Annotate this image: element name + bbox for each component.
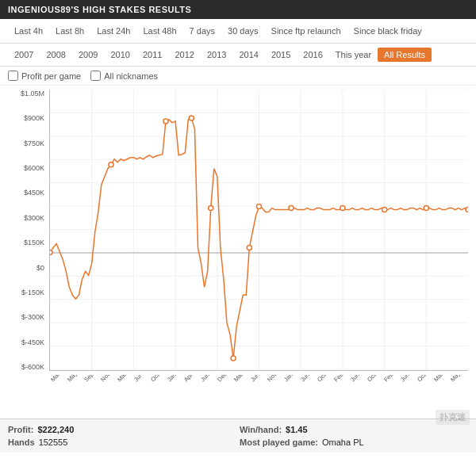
chart-area <box>49 90 468 371</box>
svg-point-34 <box>424 206 428 211</box>
year-all[interactable]: All Results <box>378 48 432 62</box>
time-filter-last8h[interactable]: Last 8h <box>49 24 90 38</box>
time-filter-7days[interactable]: 7 days <box>183 24 221 38</box>
svg-point-28 <box>231 356 236 361</box>
time-filter-last48h[interactable]: Last 48h <box>136 24 182 38</box>
time-filter-last4h[interactable]: Last 4h <box>8 24 49 38</box>
svg-point-32 <box>340 206 345 211</box>
stat-profit: Profit: $222,240 <box>8 425 236 434</box>
stat-mostplayed: Most played game: Omaha PL <box>240 438 468 447</box>
x-label-24: May 2018 <box>449 375 468 383</box>
svg-point-35 <box>466 208 468 212</box>
year-2008[interactable]: 2008 <box>40 48 71 62</box>
hands-label: Hands <box>8 438 35 447</box>
year-2011[interactable]: 2011 <box>136 48 168 62</box>
year-2012[interactable]: 2012 <box>168 48 200 62</box>
year-2015[interactable]: 2015 <box>265 48 297 62</box>
y-label-2: $750K <box>24 139 44 147</box>
year-2007[interactable]: 2007 <box>8 48 40 62</box>
profit-value: $222,240 <box>37 425 74 434</box>
all-nicknames-checkbox[interactable] <box>90 71 101 81</box>
svg-point-29 <box>247 245 251 250</box>
y-label-9: $-300K <box>21 313 44 321</box>
y-label-7: $0 <box>36 264 44 272</box>
svg-point-23 <box>50 250 52 254</box>
profit-per-game-option[interactable]: Profit per game <box>8 71 81 81</box>
chart-wrapper: $1.05M $900K $750K $600K $450K $300K $15… <box>0 86 476 418</box>
page-title: INGENIOUS89'S HIGH STAKES RESULTS <box>8 5 191 14</box>
year-filter-bar: 2007 2008 2009 2010 2011 2012 2013 2014 … <box>0 44 476 67</box>
y-axis: $1.05M $900K $750K $600K $450K $300K $15… <box>0 90 48 371</box>
time-filter-blackfriday[interactable]: Since black friday <box>347 24 428 38</box>
year-2010[interactable]: 2010 <box>104 48 136 62</box>
all-nicknames-option[interactable]: All nicknames <box>90 71 158 81</box>
profit-per-game-label: Profit per game <box>21 71 81 81</box>
svg-point-30 <box>256 204 261 209</box>
svg-point-27 <box>209 206 213 211</box>
profit-per-game-checkbox[interactable] <box>8 71 18 81</box>
y-label-4: $450K <box>24 189 44 197</box>
app-container: INGENIOUS89'S HIGH STAKES RESULTS Last 4… <box>0 0 476 453</box>
options-row: Profit per game All nicknames <box>0 67 476 86</box>
y-label-5: $300K <box>24 214 44 222</box>
time-filter-bar: Last 4h Last 8h Last 24h Last 48h 7 days… <box>0 19 476 44</box>
svg-point-26 <box>189 116 194 120</box>
chart-svg <box>50 90 468 370</box>
y-label-0: $1.05M <box>21 90 44 97</box>
all-nicknames-label: All nicknames <box>104 71 158 81</box>
y-label-11: $-600K <box>21 363 44 371</box>
time-filter-last24h[interactable]: Last 24h <box>90 24 136 38</box>
y-label-8: $-150K <box>21 288 44 296</box>
year-2013[interactable]: 2013 <box>201 48 232 62</box>
watermark: 扑克迷 <box>436 410 470 425</box>
stat-winhand: Win/hand: $1.45 <box>240 425 468 434</box>
y-label-3: $600K <box>24 164 44 172</box>
year-2016[interactable]: 2016 <box>297 48 328 62</box>
mostplayed-value: Omaha PL <box>322 438 364 447</box>
time-filter-ftp[interactable]: Since ftp relaunch <box>265 24 347 38</box>
svg-point-24 <box>109 162 113 167</box>
svg-point-31 <box>289 206 294 211</box>
y-label-10: $-450K <box>21 338 44 346</box>
hands-value: 152555 <box>39 438 68 447</box>
winhand-label: Win/hand: <box>240 425 282 434</box>
winhand-value: $1.45 <box>286 425 308 434</box>
svg-point-25 <box>163 119 168 124</box>
year-2009[interactable]: 2009 <box>72 48 104 62</box>
y-label-1: $900K <box>24 114 44 122</box>
mostplayed-label: Most played game: <box>240 438 318 447</box>
svg-point-33 <box>382 208 387 212</box>
year-2014[interactable]: 2014 <box>232 48 264 62</box>
year-thisyear[interactable]: This year <box>329 48 378 62</box>
time-filter-30days[interactable]: 30 days <box>221 24 265 38</box>
profit-label: Profit: <box>8 425 33 434</box>
x-axis: Mar 2010 May 2010 Sep 2010 Nov 2010 Mar … <box>49 375 468 418</box>
stat-hands: Hands 152555 <box>8 438 236 447</box>
page-header: INGENIOUS89'S HIGH STAKES RESULTS <box>0 0 476 19</box>
stats-bar: Profit: $222,240 Win/hand: $1.45 Hands 1… <box>0 418 476 453</box>
y-label-6: $150K <box>24 239 44 246</box>
